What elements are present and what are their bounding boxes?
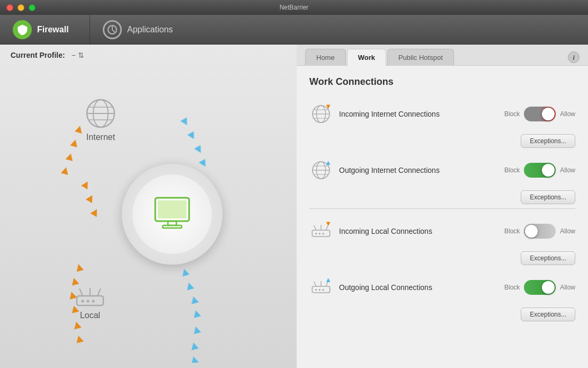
close-button[interactable]: [6, 4, 13, 11]
outgoing-local-section: ▲ Outgoing Local Connections Block Allow…: [309, 269, 575, 321]
incoming-internet-controls: Block Allow: [504, 107, 575, 121]
network-diagram: Internet: [0, 66, 297, 363]
svg-marker-33: [199, 159, 209, 169]
router-icon: [74, 286, 106, 308]
block-label-incoming-local: Block: [504, 227, 520, 235]
svg-marker-19: [66, 153, 75, 161]
svg-marker-29: [75, 335, 84, 343]
incoming-local-label: Incoming Local Connections: [339, 227, 498, 235]
outgoing-internet-toggle[interactable]: [524, 163, 556, 178]
tab-home[interactable]: Home: [305, 49, 346, 66]
outgoing-local-toggle[interactable]: [524, 280, 556, 295]
internet-icon-group: Internet: [85, 98, 117, 142]
profile-arrows-btn[interactable]: ⇅: [78, 51, 84, 59]
svg-marker-36: [190, 295, 199, 304]
incoming-internet-toggle[interactable]: [524, 107, 556, 121]
applications-label: Applications: [127, 25, 173, 34]
current-profile-label: Current Profile:: [11, 51, 65, 59]
incoming-internet-icon: ▼: [309, 102, 333, 126]
svg-rect-58: [312, 286, 329, 293]
svg-marker-22: [86, 194, 96, 203]
incoming-local-arrow-indicator: ▼: [325, 220, 332, 227]
incoming-local-controls: Block Allow: [504, 224, 575, 239]
svg-point-64: [322, 289, 324, 291]
svg-point-15: [87, 300, 90, 303]
svg-marker-37: [192, 309, 201, 318]
firewall-nav-item[interactable]: Firewall: [0, 15, 90, 44]
profile-minus-btn[interactable]: −: [72, 51, 76, 59]
outgoing-local-exceptions-btn[interactable]: Exceptions...: [521, 308, 575, 321]
tab-public-hotspot[interactable]: Public Hotspot: [387, 49, 454, 66]
svg-marker-28: [73, 321, 82, 329]
main-content: Current Profile: − ⇅ Internet: [0, 45, 588, 368]
svg-marker-21: [81, 180, 91, 189]
block-label-outgoing-internet: Block: [504, 167, 520, 174]
allow-label-outgoing-internet: Allow: [560, 167, 575, 174]
outgoing-internet-label: Outgoing Internet Connections: [339, 166, 498, 174]
tab-work[interactable]: Work: [347, 49, 386, 66]
outgoing-local-row: ▲ Outgoing Local Connections Block Allow: [309, 269, 575, 305]
outgoing-local-arrow-indicator: ▲: [325, 276, 332, 284]
svg-point-62: [315, 289, 317, 291]
center-circle: [122, 164, 222, 265]
svg-marker-34: [181, 268, 190, 276]
svg-marker-38: [192, 326, 201, 334]
outgoing-internet-controls: Block Allow: [504, 163, 575, 178]
svg-point-55: [315, 233, 317, 234]
outgoing-local-exceptions-wrap: Exceptions...: [309, 308, 575, 321]
incoming-local-exceptions-btn[interactable]: Exceptions...: [521, 251, 575, 265]
toolbar: Firewall Applications: [0, 15, 588, 45]
tabs-bar: Home Work Public Hotspot i: [297, 45, 588, 66]
block-label-outgoing-local: Block: [504, 284, 520, 291]
svg-line-13: [97, 288, 101, 296]
outgoing-internet-section: ▲ Outgoing Internet Connections Block Al…: [309, 152, 575, 204]
svg-line-52: [314, 225, 316, 230]
content-area: Work Connections ▼ Incoming Int: [297, 66, 588, 368]
svg-rect-7: [158, 200, 186, 218]
outgoing-internet-icon: ▲: [309, 159, 333, 182]
outgoing-internet-exceptions-wrap: Exceptions...: [309, 190, 575, 204]
outgoing-local-controls: Block Allow: [504, 280, 575, 295]
applications-icon: [103, 20, 122, 39]
outgoing-local-label: Outgoing Local Connections: [339, 283, 498, 292]
globe-icon: [85, 98, 117, 129]
profile-controls: − ⇅: [72, 51, 84, 59]
svg-point-57: [322, 233, 324, 234]
minimize-button[interactable]: [17, 4, 24, 11]
info-button[interactable]: i: [568, 51, 580, 63]
svg-marker-39: [190, 341, 199, 350]
outgoing-arrow-indicator: ▲: [325, 159, 332, 167]
toggle-knob-2: [542, 164, 555, 177]
window-title: NetBarrier: [280, 4, 309, 11]
toggle-knob-4: [542, 281, 555, 294]
local-icon-group: Local: [74, 286, 106, 320]
internet-label: Internet: [86, 133, 115, 142]
incoming-internet-label: Incoming Internet Connections: [339, 110, 498, 118]
incoming-internet-section: ▼ Incoming Internet Connections Block Al…: [309, 96, 575, 148]
applications-nav-item[interactable]: Applications: [90, 15, 185, 44]
svg-marker-25: [70, 277, 79, 285]
block-label-incoming-internet: Block: [504, 110, 520, 118]
current-profile-bar: Current Profile: − ⇅: [0, 45, 297, 66]
svg-marker-23: [90, 207, 100, 217]
section-title: Work Connections: [309, 76, 575, 87]
allow-label-outgoing-local: Allow: [560, 284, 575, 291]
incoming-arrow-indicator: ▼: [325, 102, 332, 110]
svg-rect-51: [312, 230, 329, 236]
computer-icon: [151, 196, 193, 233]
title-bar: NetBarrier: [0, 0, 588, 15]
incoming-internet-exceptions-btn[interactable]: Exceptions...: [521, 134, 575, 148]
incoming-local-toggle[interactable]: [524, 224, 556, 239]
svg-point-14: [82, 300, 84, 303]
incoming-local-row: ▼ Incoming Local Connections Block Allow: [309, 213, 575, 249]
svg-marker-18: [70, 139, 79, 147]
outgoing-internet-exceptions-btn[interactable]: Exceptions...: [521, 190, 575, 204]
svg-point-63: [319, 289, 320, 291]
maximize-button[interactable]: [29, 4, 35, 11]
svg-marker-30: [180, 117, 190, 127]
outgoing-internet-row: ▲ Outgoing Internet Connections Block Al…: [309, 152, 575, 188]
left-panel: Current Profile: − ⇅ Internet: [0, 45, 297, 368]
svg-marker-32: [194, 145, 204, 155]
incoming-local-exceptions-wrap: Exceptions...: [309, 251, 575, 265]
svg-marker-20: [61, 167, 70, 175]
